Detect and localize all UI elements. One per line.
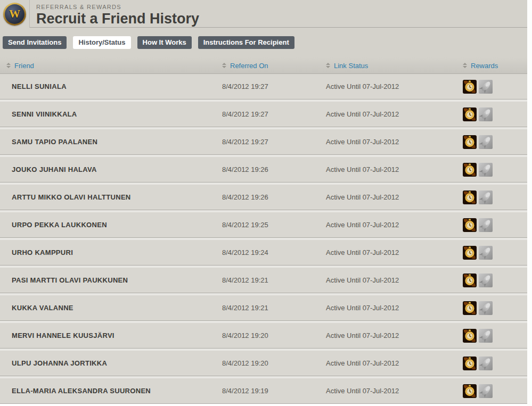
- masthead: W REFERRALS & REWARDS Recruit a Friend H…: [0, 0, 527, 28]
- gray-rocket-reward-icon[interactable]: [479, 357, 493, 370]
- rewards-cell: [463, 329, 527, 343]
- golden-pocketwatch-reward-icon[interactable]: [463, 218, 477, 232]
- link-status-text: Active Until 07-Jul-2012: [326, 304, 463, 312]
- rewards-cell: [463, 274, 527, 287]
- column-header-rewards[interactable]: Rewards: [463, 62, 527, 70]
- rewards-cell: [463, 246, 527, 260]
- referred-on-date: 8/4/2012 19:27: [222, 82, 326, 90]
- golden-pocketwatch-reward-icon[interactable]: [463, 357, 477, 370]
- gray-rocket-reward-icon[interactable]: [479, 384, 493, 398]
- friend-name: MERVI HANNELE KUUSJÄRVI: [0, 332, 222, 339]
- referred-on-date: 8/4/2012 19:24: [222, 248, 326, 256]
- friend-name: KUKKA VALANNE: [0, 304, 222, 312]
- table-row: NELLI SUNIALA 8/4/2012 19:27 Active Unti…: [0, 74, 527, 100]
- friend-name: ULPU JOHANNA JORTIKKA: [0, 359, 222, 367]
- link-status-text: Active Until 07-Jul-2012: [326, 276, 463, 284]
- column-header-label: Link Status: [334, 62, 368, 70]
- gray-rocket-reward-icon[interactable]: [479, 329, 493, 343]
- friend-name: ARTTU MIKKO OLAVI HALTTUNEN: [0, 193, 222, 201]
- golden-pocketwatch-reward-icon[interactable]: [463, 246, 477, 260]
- friend-name: URHO KAMPPURI: [0, 248, 222, 256]
- tab-instructions-for-recipient[interactable]: Instructions For Recipient: [198, 36, 294, 49]
- golden-pocketwatch-reward-icon[interactable]: [463, 329, 477, 343]
- link-status-text: Active Until 07-Jul-2012: [326, 332, 463, 339]
- column-header-label: Referred On: [230, 62, 268, 70]
- table-row: SAMU TAPIO PAALANEN 8/4/2012 19:27 Activ…: [0, 129, 527, 155]
- tab-send-invitations[interactable]: Send Invitations: [3, 36, 67, 49]
- link-status-text: Active Until 07-Jul-2012: [326, 387, 463, 395]
- rewards-cell: [463, 384, 527, 398]
- friend-name: PASI MARTTI OLAVI PAUKKUNEN: [0, 276, 222, 284]
- referred-on-date: 8/4/2012 19:26: [222, 165, 326, 173]
- gray-rocket-reward-icon[interactable]: [479, 107, 493, 121]
- referred-on-date: 8/4/2012 19:21: [222, 304, 326, 312]
- friend-name: ELLA-MARIA ALEKSANDRA SUURONEN: [0, 387, 222, 395]
- rewards-cell: [463, 135, 527, 149]
- sort-icon: [463, 63, 467, 68]
- table-row: PASI MARTTI OLAVI PAUKKUNEN 8/4/2012 19:…: [0, 268, 527, 293]
- page-title: Recruit a Friend History: [36, 11, 527, 27]
- column-header-label: Rewards: [471, 62, 498, 70]
- rewards-cell: [463, 190, 527, 204]
- table-row: ULPU JOHANNA JORTIKKA 8/4/2012 19:20 Act…: [0, 351, 527, 376]
- link-status-text: Active Until 07-Jul-2012: [326, 165, 463, 173]
- page: W REFERRALS & REWARDS Recruit a Friend H…: [0, 0, 527, 406]
- referred-on-date: 8/4/2012 19:19: [222, 387, 326, 395]
- sort-icon: [222, 63, 226, 68]
- tab-how-it-works[interactable]: How It Works: [137, 36, 192, 49]
- rewards-cell: [463, 357, 527, 370]
- table-row: ARTTU MIKKO OLAVI HALTTUNEN 8/4/2012 19:…: [0, 185, 527, 210]
- referred-on-date: 8/4/2012 19:26: [222, 193, 326, 201]
- table-row: JOUKO JUHANI HALAVA 8/4/2012 19:26 Activ…: [0, 157, 527, 183]
- gray-rocket-reward-icon[interactable]: [479, 135, 493, 149]
- column-header-referred-on[interactable]: Referred On: [222, 62, 326, 70]
- gray-rocket-reward-icon[interactable]: [479, 274, 493, 287]
- column-header-link-status[interactable]: Link Status: [326, 62, 463, 70]
- gray-rocket-reward-icon[interactable]: [479, 190, 493, 204]
- golden-pocketwatch-reward-icon[interactable]: [463, 80, 477, 94]
- golden-pocketwatch-reward-icon[interactable]: [463, 301, 477, 315]
- golden-pocketwatch-reward-icon[interactable]: [463, 163, 477, 177]
- golden-pocketwatch-reward-icon[interactable]: [463, 135, 477, 149]
- table-row: URPO PEKKA LAUKKONEN 8/4/2012 19:25 Acti…: [0, 212, 527, 238]
- friend-name: SAMU TAPIO PAALANEN: [0, 138, 222, 146]
- golden-pocketwatch-reward-icon[interactable]: [463, 190, 477, 204]
- golden-pocketwatch-reward-icon[interactable]: [463, 107, 477, 121]
- breadcrumb: REFERRALS & REWARDS: [36, 4, 527, 10]
- table-row: KUKKA VALANNE 8/4/2012 19:21 Active Unti…: [0, 295, 527, 321]
- link-status-text: Active Until 07-Jul-2012: [326, 359, 463, 367]
- link-status-text: Active Until 07-Jul-2012: [326, 110, 463, 118]
- tab-history-status[interactable]: History/Status: [73, 36, 130, 49]
- rewards-cell: [463, 107, 527, 121]
- table-row: ELLA-MARIA ALEKSANDRA SUURONEN 8/4/2012 …: [0, 378, 527, 404]
- friend-name: URPO PEKKA LAUKKONEN: [0, 221, 222, 229]
- link-status-text: Active Until 07-Jul-2012: [326, 138, 463, 146]
- wow-logo-letter: W: [5, 4, 24, 24]
- referred-on-date: 8/4/2012 19:20: [222, 359, 326, 367]
- referred-on-date: 8/4/2012 19:21: [222, 276, 326, 284]
- rewards-cell: [463, 163, 527, 177]
- link-status-text: Active Until 07-Jul-2012: [326, 248, 463, 256]
- friend-name: JOUKO JUHANI HALAVA: [0, 165, 222, 173]
- gray-rocket-reward-icon[interactable]: [479, 163, 493, 177]
- rewards-cell: [463, 80, 527, 94]
- column-header-friend[interactable]: Friend: [0, 62, 222, 70]
- gray-rocket-reward-icon[interactable]: [479, 80, 493, 94]
- referred-on-date: 8/4/2012 19:27: [222, 138, 326, 146]
- table-row: MERVI HANNELE KUUSJÄRVI 8/4/2012 19:20 A…: [0, 323, 527, 349]
- golden-pocketwatch-reward-icon[interactable]: [463, 384, 477, 398]
- link-status-text: Active Until 07-Jul-2012: [326, 221, 463, 229]
- table-body: NELLI SUNIALA 8/4/2012 19:27 Active Unti…: [0, 74, 527, 404]
- gray-rocket-reward-icon[interactable]: [479, 246, 493, 260]
- friend-name: SENNI VIINIKKALA: [0, 110, 222, 118]
- rewards-cell: [463, 301, 527, 315]
- tab-bar: Send InvitationsHistory/StatusHow It Wor…: [0, 28, 527, 49]
- link-status-text: Active Until 07-Jul-2012: [326, 82, 463, 90]
- table-row: URHO KAMPPURI 8/4/2012 19:24 Active Unti…: [0, 240, 527, 266]
- golden-pocketwatch-reward-icon[interactable]: [463, 274, 477, 287]
- referred-on-date: 8/4/2012 19:25: [222, 221, 326, 229]
- sort-icon: [326, 63, 330, 68]
- wow-logo-icon[interactable]: W: [3, 3, 26, 26]
- gray-rocket-reward-icon[interactable]: [479, 218, 493, 232]
- gray-rocket-reward-icon[interactable]: [479, 301, 493, 315]
